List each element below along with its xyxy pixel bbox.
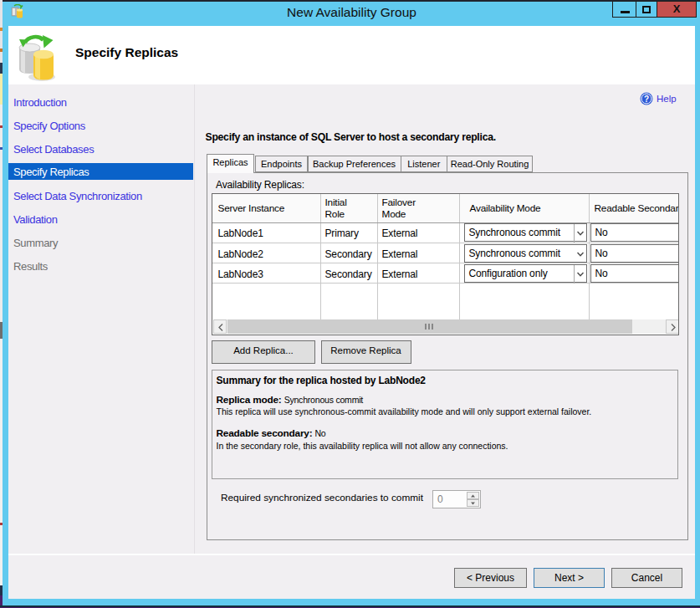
svg-text:?: ? [644,95,649,104]
